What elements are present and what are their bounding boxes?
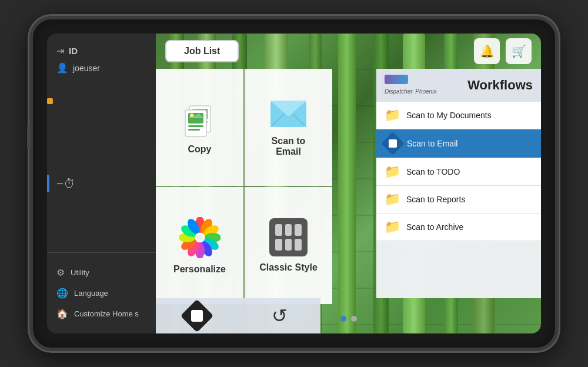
sidebar-item-customize[interactable]: 🏠 Customize Home s (56, 303, 146, 324)
blue-accent (47, 175, 49, 192)
folder-icon: 📁 (385, 108, 400, 123)
active-diamond-icon (381, 132, 405, 155)
grid-dot (275, 239, 282, 251)
diamond-inner (389, 139, 397, 148)
folder-icon: 📁 (385, 219, 400, 235)
sidebar: ⇥ ID 👤 joeuser −⏱ ⚙ Utility 🌐 (47, 34, 156, 333)
cart-icon: 🛒 (512, 44, 526, 58)
sidebar-menu: ⚙ Utility 🌐 Language 🏠 Customize Home s (47, 252, 156, 333)
refresh-icon: ↺ (272, 305, 288, 327)
dispatcher-text: Dispatcher (385, 88, 413, 95)
dot-1[interactable] (340, 316, 346, 322)
timer-icon: −⏱ (56, 177, 75, 191)
workflow-label-reports: Scan to Reports (406, 195, 465, 204)
dot-2[interactable] (351, 316, 357, 322)
tablet-shell: ⇥ ID 👤 joeuser −⏱ ⚙ Utility 🌐 (29, 16, 559, 351)
sidebar-item-utility[interactable]: ⚙ Utility (56, 262, 146, 283)
bamboo-stalk (338, 34, 356, 333)
screen: ⇥ ID 👤 joeuser −⏱ ⚙ Utility 🌐 (47, 34, 541, 333)
start-diamond-inner (191, 310, 203, 322)
sidebar-item-language[interactable]: 🌐 Language (56, 283, 146, 303)
grid-dot (295, 239, 302, 251)
bell-icon: 🔔 (480, 44, 495, 58)
sidebar-customize-label: Customize Home s (74, 309, 139, 318)
orange-accent (47, 98, 53, 104)
sidebar-id-label: ID (69, 46, 78, 56)
classic-style-label: Classic Style (259, 262, 318, 273)
home-gear-icon: 🏠 (56, 308, 68, 319)
classic-style-icon (269, 218, 308, 256)
dispatcher-logo: Dispatcher Phoenix (385, 75, 436, 96)
workflow-label-archive: Scan to Archive (406, 222, 463, 232)
globe-icon: 🌐 (56, 288, 68, 299)
personalize-icon (179, 217, 220, 258)
sidebar-username: joeuser (73, 64, 100, 73)
folder-icon: 📁 (385, 192, 400, 207)
workflow-label-my-docs: Scan to My Documents (406, 111, 492, 120)
workflow-item-todo[interactable]: 📁 Scan to TODO (376, 158, 541, 186)
workflow-item-archive[interactable]: 📁 Scan to Archive (376, 213, 541, 241)
power-button[interactable] (27, 125, 31, 149)
classic-style-tile[interactable]: Classic Style (245, 187, 332, 304)
personalize-tile[interactable]: Personalize (156, 187, 243, 304)
grid-dot (285, 224, 292, 236)
copy-icon (182, 100, 218, 138)
job-list-button[interactable]: Job List (165, 40, 239, 62)
workflows-panel: Dispatcher Phoenix Workflows 📁 Scan to M… (376, 69, 541, 298)
workflow-item-email[interactable]: Scan to Email (376, 129, 541, 158)
page-dots (340, 316, 357, 322)
top-bar-icons: 🔔 🛒 (474, 38, 532, 64)
sidebar-language-label: Language (74, 289, 108, 298)
svg-rect-10 (188, 125, 203, 127)
grid-dot (275, 224, 282, 236)
workflows-bottom-bar: ↺ (156, 298, 320, 333)
workflows-header: Dispatcher Phoenix Workflows (376, 69, 541, 102)
folder-icon: 📁 (385, 164, 400, 179)
svg-point-9 (190, 114, 193, 117)
user-icon: 👤 (56, 62, 68, 74)
sidebar-utility-label: Utility (71, 268, 89, 277)
dispatcher-stripe (385, 75, 408, 84)
sidebar-user-row: 👤 joeuser (56, 62, 146, 74)
workflow-item-my-docs[interactable]: 📁 Scan to My Documents (376, 102, 541, 129)
start-button[interactable] (184, 303, 210, 329)
sidebar-top: ⇥ ID 👤 joeuser (47, 34, 156, 83)
svg-point-29 (197, 235, 203, 241)
login-icon: ⇥ (56, 45, 64, 56)
classic-grid (269, 218, 308, 256)
workflow-label-todo: Scan to TODO (406, 167, 460, 176)
copy-tile[interactable]: Copy (156, 69, 243, 186)
workflow-label-email: Scan to Email (407, 139, 457, 148)
bell-button[interactable]: 🔔 (474, 38, 500, 64)
svg-rect-11 (188, 129, 200, 131)
scan-email-icon (269, 98, 308, 130)
cart-button[interactable]: 🛒 (506, 38, 532, 64)
start-diamond (181, 299, 214, 333)
main-content: Job List 🔔 🛒 (156, 34, 541, 333)
refresh-button[interactable]: ↺ (266, 303, 292, 329)
top-bar: Job List 🔔 🛒 (156, 34, 541, 69)
scan-email-label: Scan to Email (272, 136, 306, 157)
grid-dot (295, 224, 302, 236)
copy-label: Copy (188, 144, 212, 155)
phoenix-text: Phoenix (415, 88, 436, 95)
workflow-item-reports[interactable]: 📁 Scan to Reports (376, 186, 541, 213)
workflows-title: Workflows (467, 78, 533, 93)
app-grid: Copy Scan to Email (156, 69, 332, 304)
scan-email-tile[interactable]: Scan to Email (245, 69, 332, 186)
sidebar-id-row: ⇥ ID (56, 45, 146, 56)
personalize-label: Personalize (173, 264, 226, 275)
grid-dot (285, 239, 292, 251)
gear-icon: ⚙ (56, 267, 65, 278)
